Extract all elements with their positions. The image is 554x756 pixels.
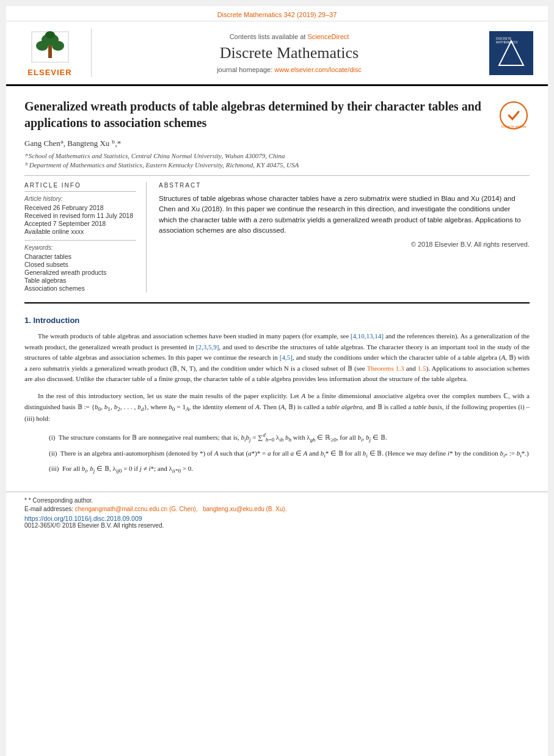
ref-link-2[interactable]: [2,3,5,9] [196, 343, 219, 351]
footnote-section: * * Corresponding author. E-mail address… [6, 492, 548, 529]
section-label: Introduction [33, 316, 79, 325]
keyword-4: Table algebras [24, 277, 136, 284]
history-accepted: Accepted 7 September 2018 [24, 220, 136, 227]
keywords-section: Keywords: Character tables Closed subset… [24, 240, 136, 292]
footnote-email-label: E-mail addresses: [24, 506, 73, 512]
journal-reference-text: Discrete Mathematics 342 (2019) 29–37 [217, 11, 337, 18]
article-section: Generalized wreath products of table alg… [6, 86, 548, 293]
science-direct-line: Contents lists available at ScienceDirec… [230, 33, 349, 40]
homepage-label: journal homepage: [217, 66, 272, 73]
science-direct-link[interactable]: ScienceDirect [307, 33, 349, 40]
affiliation-b: ᵇ Department of Mathematics and Statisti… [24, 161, 530, 169]
keyword-2: Closed subsets [24, 261, 136, 268]
footnote-corresponding-text: * Corresponding author. [29, 497, 93, 504]
ref-link-3[interactable]: [4,5] [280, 354, 293, 361]
history-label: Article history: [24, 195, 136, 202]
svg-point-12 [504, 106, 523, 125]
theorem-link-2[interactable]: 1.5 [418, 365, 426, 372]
footnote-email1[interactable]: chengangmath@mail.ccnu.edu.cn (G. Chen), [75, 506, 198, 512]
history-revised: Received in revised form 11 July 2018 [24, 212, 136, 219]
svg-text:Check for updates: Check for updates [501, 125, 527, 128]
footnote-emails: E-mail addresses: chengangmath@mail.ccnu… [24, 506, 530, 512]
elsevier-brand-text: ELSEVIER [27, 68, 71, 77]
journal-center: Contents lists available at ScienceDirec… [101, 29, 477, 77]
keyword-3: Generalized wreath products [24, 269, 136, 276]
article-title-area: Generalized wreath products of table alg… [24, 98, 530, 131]
journal-logo-icon: DISCRETE MATHEMATICS [493, 35, 530, 71]
abstract-text: Structures of table algebras whose chara… [159, 194, 530, 236]
footnote-corresponding: * * Corresponding author. [24, 497, 530, 504]
footnote-email2[interactable]: bangteng.xu@eku.edu (B. Xu). [203, 506, 286, 512]
journal-logo-right: DISCRETE MATHEMATICS [487, 29, 536, 77]
page: Discrete Mathematics 342 (2019) 29–37 EL… [6, 6, 548, 756]
copyright-text: © 2018 Elsevier B.V. All rights reserved… [159, 241, 530, 248]
keyword-5: Association schemes [24, 285, 136, 292]
authors-line: Gang Chenᵃ, Bangteng Xu ᵇ,* [24, 139, 530, 148]
intro-paragraph-1: The wreath products of table algebras an… [24, 331, 530, 385]
main-content: 1. Introduction The wreath products of t… [6, 303, 548, 492]
article-info-title: ARTICLE INFO [24, 182, 136, 189]
svg-rect-4 [48, 46, 52, 58]
journal-header: ELSEVIER Contents lists available at Sci… [6, 21, 548, 86]
contents-available-text: Contents lists available at [230, 33, 306, 40]
footnote-star-icon: * [24, 497, 27, 504]
ref-link-1[interactable]: [4,10,13,14] [351, 332, 384, 340]
article-title: Generalized wreath products of table alg… [24, 98, 488, 131]
elsevier-logo: ELSEVIER [18, 29, 92, 77]
homepage-link[interactable]: www.elsevier.com/locate/disc [274, 66, 361, 73]
discrete-math-logo: DISCRETE MATHEMATICS [489, 31, 533, 75]
list-item-iii: (iii) For all bi, bj ∈ 𝔹, λij0 = 0 if j … [49, 463, 530, 476]
journal-title: Discrete Mathematics [220, 44, 359, 62]
intro-paragraph-2: In the rest of this introductory section… [24, 391, 530, 424]
abstract-column: ABSTRACT Structures of table algebras wh… [147, 182, 530, 293]
author-names: Gang Chenᵃ, Bangteng Xu ᵇ,* [24, 139, 121, 148]
introduction-title: 1. Introduction [24, 316, 530, 325]
doi-link[interactable]: https://doi.org/10.1016/j.disc.2018.09.0… [24, 515, 530, 522]
header-divider [24, 175, 530, 176]
footnote-name1 [199, 506, 201, 512]
list-item-i: (i) The structure constants for 𝔹 are no… [49, 431, 530, 445]
info-divider [24, 191, 136, 192]
svg-point-3 [52, 41, 64, 51]
homepage-line: journal homepage: www.elsevier.com/locat… [217, 66, 362, 73]
affiliation-a: ᵃ School of Mathematics and Statistics, … [24, 152, 530, 160]
keywords-label: Keywords: [24, 244, 136, 251]
svg-point-2 [36, 41, 48, 51]
history-received: Received 26 February 2018 [24, 204, 136, 211]
abstract-section-title: ABSTRACT [159, 182, 530, 189]
issn-text: 0012-365X/© 2018 Elsevier B.V. All right… [24, 522, 530, 529]
section-number: 1. [24, 316, 31, 325]
history-online: Available online xxxx [24, 228, 136, 235]
elsevier-tree-icon [29, 29, 71, 65]
keyword-1: Character tables [24, 253, 136, 260]
list-item-ii: (ii) There is an algebra anti-automorphi… [49, 448, 530, 460]
journal-reference-bar: Discrete Mathematics 342 (2019) 29–37 [6, 6, 548, 21]
check-updates-badge: Check for updates [498, 101, 530, 130]
keywords-divider [24, 240, 136, 241]
info-abstract-columns: ARTICLE INFO Article history: Received 2… [24, 182, 530, 293]
theorem-link-1[interactable]: Theorems 1.3 [367, 365, 404, 372]
svg-text:MATHEMATICS: MATHEMATICS [496, 40, 518, 44]
check-updates-icon: Check for updates [499, 101, 528, 130]
svg-point-5 [45, 31, 55, 38]
article-info-column: ARTICLE INFO Article history: Received 2… [24, 182, 147, 293]
